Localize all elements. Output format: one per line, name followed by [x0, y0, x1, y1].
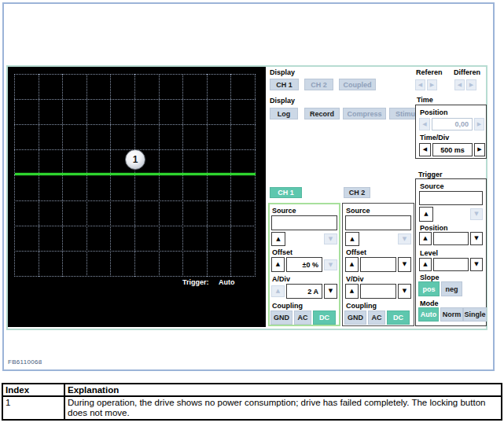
ch2-offset-down-button[interactable]: ▼ [398, 257, 411, 272]
table-header-row: Index Explanation [2, 384, 502, 396]
arrow-up-icon: ▲ [276, 289, 280, 294]
arrow-down-icon: ▼ [474, 211, 478, 217]
referen-next-button[interactable]: ▶ [427, 79, 437, 90]
arrow-up-icon: ▲ [350, 237, 354, 242]
referen-prev-button[interactable]: ◀ [415, 79, 425, 90]
time-position-field[interactable]: 0,00 [432, 118, 473, 130]
figure-number-label: FB6110068 [8, 358, 42, 366]
trace-line [15, 173, 256, 175]
trigger-position-down-button[interactable]: ▼ [470, 232, 483, 245]
arrow-up-icon: ▲ [424, 211, 428, 217]
callout-number: 1 [133, 154, 138, 165]
ch1-select-button[interactable]: CH 1 [270, 187, 302, 198]
timediv-increment-button[interactable]: ▶ [474, 143, 485, 156]
ch1-div-down-button[interactable]: ▼ [324, 284, 337, 299]
slope-neg-button[interactable]: neg [441, 281, 462, 296]
scope-grid [14, 74, 256, 277]
ch1-offset-field[interactable]: ±0 % [286, 257, 322, 272]
trigger-level-up-button[interactable]: ▲ [419, 258, 432, 271]
ch2-offset-up-button[interactable]: ▲ [345, 257, 359, 272]
ch1-source-label: Source [272, 207, 296, 215]
time-label: Time [417, 96, 433, 104]
arrow-right-icon: ▶ [469, 83, 473, 88]
trigger-slope-label: Slope [420, 274, 440, 281]
ch2-coupling-gnd-button[interactable]: GND [344, 311, 366, 325]
ch2-source-down-button[interactable]: ▼ [398, 233, 411, 244]
ch2-coupling-dc-button[interactable]: DC [387, 311, 410, 325]
ch1-source-field[interactable] [271, 215, 337, 230]
mode-norm-button[interactable]: Norm [440, 307, 463, 322]
ch1-coupling-ac-button[interactable]: AC [294, 311, 311, 325]
ch1-div-up-button[interactable]: ▲ [271, 285, 285, 297]
differen-next-button[interactable]: ▶ [466, 79, 476, 90]
referen-label: Referen [416, 68, 443, 76]
trigger-level-label: Level [420, 249, 438, 257]
explanation-column-header: Explanation [64, 384, 502, 396]
ch1-coupling-label: Coupling [272, 302, 303, 310]
arrow-down-icon: ▼ [329, 237, 333, 242]
arrow-up-icon: ▲ [423, 262, 427, 267]
arrow-down-icon: ▼ [403, 289, 407, 294]
compress-button[interactable]: Compress [343, 108, 386, 119]
ch2-coupling-label: Coupling [346, 302, 377, 310]
trigger-level-field[interactable] [433, 258, 469, 271]
arrow-right-icon: ▶ [477, 122, 481, 127]
ch2-div-field[interactable] [360, 284, 396, 299]
ch1-coupling-dc-button[interactable]: DC [313, 311, 336, 325]
ch1-offset-label: Offset [272, 248, 292, 256]
arrow-up-icon: ▲ [350, 289, 354, 294]
time-position-increment-button[interactable]: ▶ [474, 118, 484, 130]
ch2-select-button[interactable]: CH 2 [344, 187, 370, 198]
slope-pos-button[interactable]: pos [418, 281, 440, 296]
mode-auto-button[interactable]: Auto [418, 307, 439, 322]
ch1-source-up-button[interactable]: ▲ [271, 232, 285, 246]
timediv-decrement-button[interactable]: ◀ [419, 143, 431, 156]
trigger-position-field[interactable] [433, 232, 469, 245]
mode-single-button[interactable]: Single [463, 307, 487, 322]
trigger-source-label: Source [420, 182, 444, 190]
trigger-source-up-button[interactable]: ▲ [419, 207, 433, 222]
arrow-down-icon: ▼ [474, 236, 478, 241]
display-ch1-button[interactable]: CH 1 [270, 79, 299, 90]
scope-display: 1 Trigger: Auto [8, 67, 266, 327]
ch2-div-up-button[interactable]: ▲ [345, 284, 359, 299]
ch1-source-down-button[interactable]: ▼ [324, 233, 337, 244]
display-coupled-button[interactable]: Coupled [339, 79, 376, 90]
ch1-offset-down-button[interactable]: ▼ [324, 259, 337, 270]
arrow-left-icon: ◀ [418, 83, 422, 88]
ch2-source-field[interactable] [345, 215, 411, 230]
differen-prev-button[interactable]: ◀ [454, 79, 465, 90]
time-position-label: Position [420, 108, 448, 116]
arrow-up-icon: ▲ [276, 262, 280, 267]
display-channels-label: Display [270, 68, 295, 76]
trigger-position-label: Position [420, 224, 448, 232]
ch2-offset-label: Offset [346, 248, 366, 256]
ch1-div-field[interactable]: 2 A [286, 284, 322, 299]
timediv-field[interactable]: 500 ms [432, 143, 473, 156]
arrow-up-icon: ▲ [423, 236, 427, 241]
trigger-position-up-button[interactable]: ▲ [419, 232, 432, 245]
ch1-div-label: A/Div [272, 275, 290, 283]
arrow-right-icon: ▶ [477, 147, 481, 153]
arrow-down-icon: ▼ [329, 289, 333, 294]
ch2-div-down-button[interactable]: ▼ [398, 284, 411, 299]
arrow-right-icon: ▶ [430, 83, 434, 88]
display-ch2-button[interactable]: CH 2 [304, 79, 333, 90]
ch2-offset-field[interactable] [360, 257, 396, 272]
trigger-source-field[interactable] [419, 191, 483, 205]
trigger-label: Trigger [418, 171, 443, 178]
record-button[interactable]: Record [304, 108, 340, 119]
arrow-up-icon: ▲ [350, 262, 354, 267]
ch1-coupling-gnd-button[interactable]: GND [270, 311, 292, 325]
ch1-offset-up-button[interactable]: ▲ [271, 257, 285, 272]
time-position-decrement-button[interactable]: ◀ [419, 118, 430, 130]
ch2-coupling-ac-button[interactable]: AC [368, 311, 385, 325]
display-modes-label: Display [270, 97, 295, 105]
index-column-header: Index [2, 384, 64, 396]
trigger-level-down-button[interactable]: ▼ [470, 258, 483, 271]
ch2-source-up-button[interactable]: ▲ [345, 232, 359, 246]
trigger-source-down-button[interactable]: ▼ [470, 208, 483, 220]
table-row: 1 During operation, the drive shows no p… [2, 396, 502, 420]
arrow-left-icon: ◀ [423, 147, 427, 153]
log-button[interactable]: Log [270, 108, 298, 119]
